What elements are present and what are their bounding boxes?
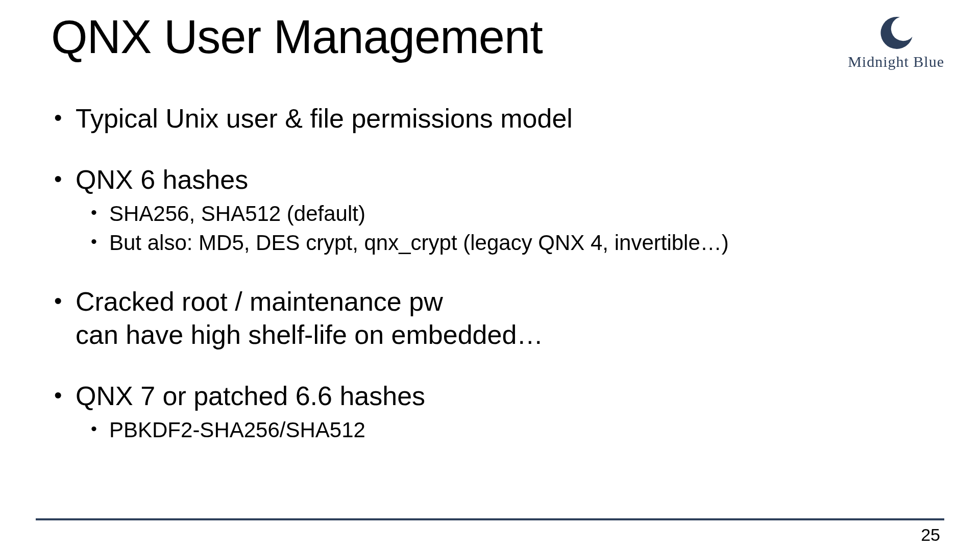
brand-logo-text: Midnight Blue	[848, 53, 944, 70]
sub-bullet-list: PBKDF2-SHA256/SHA512	[88, 416, 929, 445]
bullet-item: QNX 6 hashes SHA256, SHA512 (default) Bu…	[51, 163, 929, 257]
sub-bullet-text: But also: MD5, DES crypt, qnx_crypt (leg…	[109, 231, 729, 255]
sub-bullet-item: PBKDF2-SHA256/SHA512	[88, 416, 929, 445]
page-number: 25	[921, 525, 940, 545]
sub-bullet-list: SHA256, SHA512 (default) But also: MD5, …	[88, 199, 929, 257]
bullet-text: QNX 7 or patched 6.6 hashes	[76, 381, 425, 411]
brand-logo: Midnight Blue	[848, 15, 944, 70]
sub-bullet-text: SHA256, SHA512 (default)	[109, 202, 365, 226]
bullet-item: QNX 7 or patched 6.6 hashes PBKDF2-SHA25…	[51, 380, 929, 445]
sub-bullet-text: PBKDF2-SHA256/SHA512	[109, 418, 365, 442]
slide-content: Typical Unix user & file permissions mod…	[51, 102, 929, 473]
slide: QNX User Management Midnight Blue Typica…	[0, 0, 980, 551]
moon-icon	[878, 15, 914, 51]
sub-bullet-item: SHA256, SHA512 (default)	[88, 199, 929, 229]
footer-rule	[36, 518, 944, 520]
bullet-list: Typical Unix user & file permissions mod…	[51, 102, 929, 445]
sub-bullet-item: But also: MD5, DES crypt, qnx_crypt (leg…	[88, 229, 929, 258]
slide-title: QNX User Management	[51, 10, 543, 64]
bullet-item: Typical Unix user & file permissions mod…	[51, 102, 929, 135]
bullet-text: QNX 6 hashes	[76, 165, 248, 194]
bullet-item: Cracked root / maintenance pw can have h…	[51, 285, 929, 352]
bullet-text: Typical Unix user & file permissions mod…	[76, 104, 573, 133]
bullet-text: Cracked root / maintenance pw can have h…	[76, 287, 543, 349]
